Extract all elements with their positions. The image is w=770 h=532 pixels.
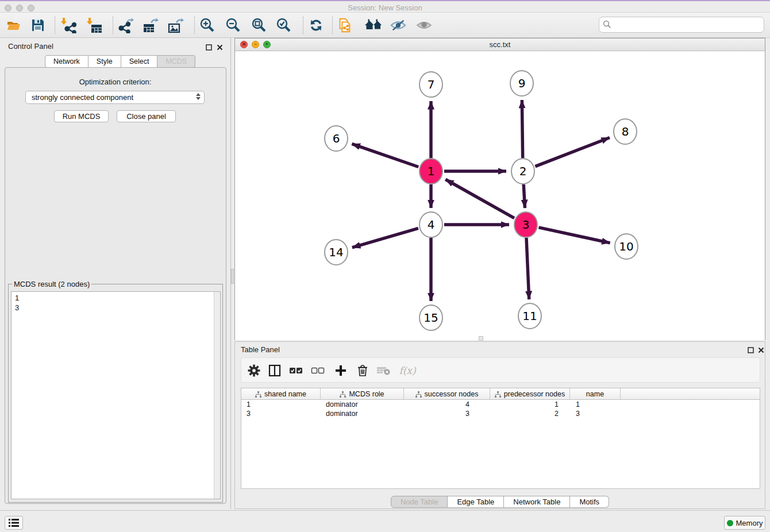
tab-mcds[interactable]: MCDS bbox=[157, 55, 195, 68]
network-canvas[interactable]: 7968124314101511 bbox=[235, 51, 765, 340]
zoom-out-icon[interactable] bbox=[225, 17, 241, 33]
graph-node-7[interactable]: 7 bbox=[419, 72, 442, 97]
svg-text:11: 11 bbox=[522, 309, 537, 323]
memory-button[interactable]: Memory bbox=[724, 516, 765, 530]
open-session-icon[interactable] bbox=[6, 17, 22, 33]
graph-edge-4-14[interactable] bbox=[352, 228, 418, 247]
graph-node-1[interactable]: 1 bbox=[419, 159, 442, 184]
export-network-icon[interactable] bbox=[118, 17, 134, 33]
zoom-selected-icon[interactable] bbox=[275, 17, 291, 33]
svg-text:10: 10 bbox=[619, 240, 633, 253]
mcds-result-textarea[interactable]: 1 3 bbox=[11, 291, 221, 499]
tab-style[interactable]: Style bbox=[88, 55, 121, 68]
show-details-eye-icon[interactable] bbox=[416, 17, 432, 33]
save-session-icon[interactable] bbox=[30, 17, 46, 33]
table-settings-gear-icon[interactable] bbox=[247, 363, 261, 378]
create-column-plus-icon[interactable] bbox=[333, 363, 348, 378]
toolbar-separator bbox=[194, 17, 195, 34]
graph-edge-3-10[interactable] bbox=[538, 228, 610, 243]
table-cell: 3 bbox=[404, 409, 490, 418]
memory-status-dot bbox=[727, 520, 733, 526]
svg-text:9: 9 bbox=[518, 76, 526, 90]
toolbar-separator bbox=[332, 17, 333, 34]
graph-node-8[interactable]: 8 bbox=[614, 119, 637, 144]
result-scrollbar[interactable] bbox=[214, 292, 220, 499]
table-row[interactable]: 3dominator323 bbox=[241, 409, 760, 418]
column-header-successor-nodes[interactable]: successor nodes bbox=[404, 388, 490, 400]
delete-column-trash-icon[interactable] bbox=[355, 363, 370, 378]
clone-network-icon[interactable] bbox=[337, 17, 353, 33]
network-window-titlebar[interactable]: ✕ − + scc.txt bbox=[235, 38, 765, 51]
function-builder-icon-disabled: f(x) bbox=[398, 363, 417, 378]
table-cell: 1 bbox=[570, 400, 621, 409]
tab-network-table[interactable]: Network Table bbox=[504, 496, 570, 508]
svg-text:1: 1 bbox=[428, 164, 435, 178]
graph-node-6[interactable]: 6 bbox=[325, 126, 348, 151]
float-panel-icon[interactable] bbox=[206, 43, 212, 53]
run-mcds-button[interactable]: Run MCDS bbox=[54, 110, 109, 122]
control-panel-tabs: Network Style Select MCDS bbox=[45, 55, 195, 68]
graph-edge-3-11[interactable] bbox=[526, 238, 529, 299]
close-panel-button[interactable]: Close panel bbox=[117, 110, 176, 122]
column-header-name[interactable]: name bbox=[570, 388, 621, 400]
node-table: shared name MCDS role successor nodes pr… bbox=[241, 388, 760, 489]
column-header-mcds-role[interactable]: MCDS role bbox=[321, 388, 404, 400]
zoom-fit-icon[interactable] bbox=[251, 17, 267, 33]
criterion-dropdown[interactable]: strongly connected component bbox=[25, 91, 205, 104]
svg-text:7: 7 bbox=[428, 78, 435, 91]
import-table-icon[interactable] bbox=[86, 17, 102, 33]
delete-table-icon-disabled bbox=[376, 363, 391, 378]
search-box bbox=[599, 17, 764, 33]
column-tree-icon bbox=[415, 391, 422, 398]
graph-node-14[interactable]: 14 bbox=[325, 240, 348, 265]
tab-select[interactable]: Select bbox=[121, 55, 158, 68]
tab-node-table[interactable]: Node Table bbox=[391, 496, 448, 508]
panel-splitter-grip[interactable] bbox=[231, 269, 234, 284]
toolbar-separator bbox=[113, 17, 113, 34]
window-title: Session: New Session bbox=[0, 3, 770, 12]
home-icon[interactable] bbox=[364, 17, 384, 33]
show-column-panel-icon[interactable] bbox=[267, 363, 282, 378]
graph-edge-1-6[interactable] bbox=[352, 144, 418, 167]
toolbar-separator bbox=[55, 17, 55, 34]
column-tree-icon bbox=[340, 391, 346, 398]
graph-edge-2-9[interactable] bbox=[522, 100, 522, 158]
graph-node-15[interactable]: 15 bbox=[419, 305, 442, 330]
graph-node-9[interactable]: 9 bbox=[510, 71, 533, 96]
graph-node-3[interactable]: 3 bbox=[514, 212, 537, 237]
dropdown-stepper-icon bbox=[196, 93, 201, 100]
svg-text:4: 4 bbox=[428, 218, 435, 232]
close-table-panel-icon[interactable] bbox=[758, 345, 764, 356]
network-resize-grip[interactable] bbox=[479, 336, 483, 341]
close-panel-icon[interactable] bbox=[217, 43, 223, 53]
float-table-panel-icon[interactable] bbox=[748, 345, 754, 356]
search-input[interactable] bbox=[599, 17, 764, 33]
export-table-icon[interactable] bbox=[143, 17, 159, 33]
graph-node-2[interactable]: 2 bbox=[511, 159, 534, 184]
export-image-icon[interactable] bbox=[168, 17, 184, 33]
graph-edge-2-8[interactable] bbox=[535, 137, 610, 166]
task-history-button[interactable] bbox=[5, 516, 23, 530]
control-panel: Control Panel Network Style Select MCDS … bbox=[0, 38, 231, 509]
graph-edge-3-1[interactable] bbox=[445, 179, 514, 218]
graph-node-10[interactable]: 10 bbox=[615, 234, 638, 259]
graph-edge-2-3[interactable] bbox=[523, 184, 525, 208]
network-graph: 7968124314101511 bbox=[235, 51, 765, 340]
graph-node-11[interactable]: 11 bbox=[518, 303, 541, 329]
deselect-all-columns-icon[interactable] bbox=[310, 363, 325, 378]
tab-network[interactable]: Network bbox=[45, 55, 88, 68]
column-tree-icon bbox=[495, 391, 501, 398]
zoom-in-icon[interactable] bbox=[199, 17, 215, 33]
column-header-predecessor-nodes[interactable]: predecessor nodes bbox=[490, 388, 570, 400]
hide-details-eye-icon[interactable] bbox=[390, 17, 406, 33]
os-titlebar: Session: New Session bbox=[0, 0, 770, 13]
tab-edge-table[interactable]: Edge Table bbox=[448, 496, 504, 508]
select-all-columns-icon[interactable] bbox=[288, 363, 303, 378]
import-network-icon[interactable] bbox=[60, 17, 76, 33]
table-row[interactable]: 1dominator411 bbox=[241, 400, 760, 409]
column-header-shared-name[interactable]: shared name bbox=[241, 388, 321, 400]
tab-motifs[interactable]: Motifs bbox=[570, 496, 609, 508]
refresh-styles-icon[interactable] bbox=[308, 17, 324, 33]
svg-text:6: 6 bbox=[333, 132, 340, 145]
graph-node-4[interactable]: 4 bbox=[419, 212, 442, 237]
